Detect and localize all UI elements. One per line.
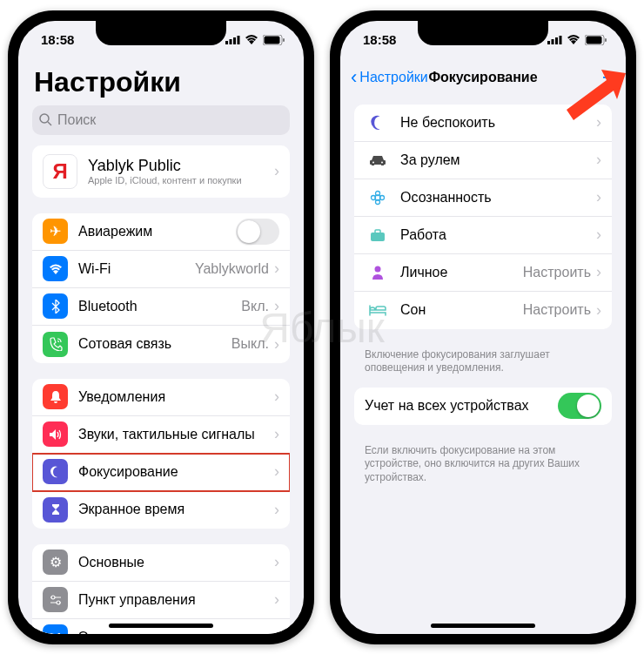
chevron-icon: › [274,553,279,571]
account-avatar: Я [43,154,77,189]
chevron-icon: › [596,301,601,320]
chevron-icon: › [596,263,601,281]
svg-rect-20 [552,39,554,44]
arrow-annotation [549,70,626,122]
bluetooth-label: Bluetooth [78,299,241,314]
text-size-icon: AA [43,624,68,634]
page-title: Настройки [18,59,304,105]
svg-point-9 [51,596,55,599]
sounds-label: Звуки, тактильные сигналы [78,427,274,442]
cellular-icon [547,35,562,44]
airplane-toggle[interactable] [236,219,279,245]
work-row[interactable]: Работа › [354,217,612,254]
personal-row[interactable]: Личное Настроить › [354,254,612,292]
chevron-icon: › [274,628,279,634]
airplane-icon: ✈︎ [43,219,68,244]
moon-icon [43,459,68,484]
search-icon [39,113,52,126]
bluetooth-row[interactable]: Bluetooth Вкл. › [32,288,290,326]
personal-value: Настроить [523,265,591,280]
notifications-group: Уведомления › Звуки, тактильные сигналы … [32,379,290,529]
chevron-icon: › [274,462,279,481]
speaker-icon [43,421,68,447]
share-toggle[interactable] [558,393,601,419]
svg-rect-19 [547,41,550,44]
svg-rect-24 [587,36,602,44]
general-label: Основные [78,555,274,570]
airplane-label: Авиарежим [78,224,236,239]
wifi-label: Wi-Fi [78,261,195,277]
person-icon [365,260,390,285]
work-label: Работа [400,227,596,243]
chevron-icon: › [274,162,279,180]
chevron-icon: › [596,188,601,206]
screentime-row[interactable]: Экранное время › [32,491,290,529]
svg-rect-6 [283,38,285,42]
connectivity-group: ✈︎ Авиарежим Wi-Fi Yablykworld › [32,213,290,363]
svg-rect-0 [225,41,228,44]
control-label: Пункт управления [78,592,274,608]
home-indicator[interactable] [109,624,213,628]
bell-icon [43,384,68,409]
account-sub: Apple ID, iCloud, контент и покупки [88,175,274,185]
sounds-row[interactable]: Звуки, тактильные сигналы › [32,416,290,454]
focus-row[interactable]: Фокусирование › [32,454,290,491]
focus-footer-1: Включение фокусирования заглушает оповещ… [340,345,626,388]
general-row[interactable]: ⚙︎ Основные › [32,544,290,582]
moon-icon [365,110,390,135]
wifi-icon [567,35,580,44]
svg-marker-26 [567,70,626,120]
wifi-value: Yablykworld [195,261,269,277]
svg-point-27 [372,161,374,163]
general-group: ⚙︎ Основные › Пункт управления › AA Экра… [32,544,290,634]
share-label: Учет на всех устройствах [365,398,558,414]
car-icon [365,147,390,172]
screentime-label: Экранное время [78,502,274,517]
share-row[interactable]: Учет на всех устройствах [354,388,612,425]
svg-rect-21 [555,37,558,44]
sleep-value: Настроить [523,302,591,318]
svg-point-12 [57,601,60,604]
svg-rect-3 [238,36,240,44]
notch [96,21,226,45]
cellular-settings-icon [43,332,68,357]
control-center-row[interactable]: Пункт управления › [32,582,290,619]
notch [418,21,548,45]
phone-left: 18:58 Настройки Поиск Я Yablyk Public Ap… [8,10,314,644]
chevron-icon: › [274,297,279,315]
share-group: Учет на всех устройствах [354,388,612,425]
nav-title: Фокусирование [428,70,537,85]
battery-icon [585,35,607,45]
screen-right: 18:58 ‹ Настройки Фокусирование + [340,21,626,634]
back-label: Настройки [359,70,427,85]
svg-rect-1 [230,39,232,44]
cellular-icon [225,35,240,44]
svg-rect-5 [265,36,280,44]
svg-rect-2 [233,37,236,44]
account-group: Я Yablyk Public Apple ID, iCloud, контен… [32,145,290,198]
airplane-row[interactable]: ✈︎ Авиарежим [32,213,290,251]
account-row[interactable]: Я Yablyk Public Apple ID, iCloud, контен… [32,145,290,198]
chevron-icon: › [274,590,279,609]
bluetooth-value: Вкл. [241,299,269,314]
gear-icon: ⚙︎ [43,549,68,575]
mindfulness-label: Осознанность [400,190,596,206]
driving-row[interactable]: За рулем › [354,142,612,179]
mindfulness-row[interactable]: Осознанность › [354,179,612,217]
search-input[interactable]: Поиск [32,105,290,135]
cellular-row[interactable]: Сотовая связь Выкл. › [32,326,290,363]
back-button[interactable]: ‹ Настройки [351,66,428,89]
sleep-row[interactable]: Сон Настроить › [354,292,612,329]
battery-icon [263,35,285,45]
notifications-row[interactable]: Уведомления › [32,379,290,416]
svg-rect-25 [605,38,607,42]
svg-point-28 [381,161,383,163]
wifi-settings-icon [43,256,68,281]
svg-point-7 [40,114,49,123]
wifi-row[interactable]: Wi-Fi Yablykworld › [32,251,290,288]
phone-right: 18:58 ‹ Настройки Фокусирование + [330,10,636,644]
cellular-value: Выкл. [231,336,269,352]
svg-rect-22 [560,36,562,44]
home-indicator[interactable] [431,624,535,628]
wifi-icon [245,35,258,44]
